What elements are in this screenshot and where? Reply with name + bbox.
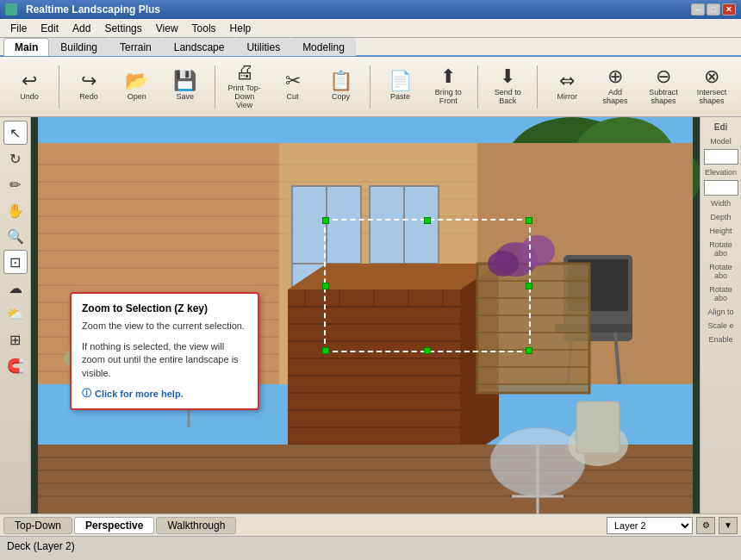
- toolbar-tabs: MainBuildingTerrainLandscapeUtilitiesMod…: [0, 38, 741, 57]
- open-icon: 📂: [125, 72, 148, 90]
- model-field[interactable]: [704, 149, 738, 165]
- toolbar-tab-main[interactable]: Main: [3, 38, 49, 56]
- enable-label: Enable: [707, 333, 734, 345]
- bottom-tabs: Top-Down Perspective Walkthrough Layer 2…: [0, 513, 741, 536]
- open-label: Open: [128, 93, 146, 102]
- print-label: Print Top-Down View: [226, 84, 264, 110]
- tab-topdown[interactable]: Top-Down: [3, 517, 72, 534]
- open-button[interactable]: 📂Open: [115, 62, 159, 112]
- menu-item-edit[interactable]: Edit: [34, 21, 65, 36]
- height-label: Height: [707, 225, 733, 237]
- intersect-shapes-label: Intersect shapes: [693, 89, 731, 106]
- toolbar-separator: [59, 65, 59, 109]
- depth-label: Depth: [708, 211, 732, 223]
- left-tool-magnet[interactable]: 🧲: [3, 353, 28, 377]
- toolbar-tab-building[interactable]: Building: [49, 38, 109, 56]
- toolbar-separator: [215, 65, 215, 109]
- subtract-shapes-button[interactable]: ⊖Subtract shapes: [641, 62, 686, 112]
- paste-button[interactable]: 📄Paste: [377, 62, 422, 112]
- copy-label: Copy: [332, 93, 350, 102]
- toolbar-separator: [370, 65, 370, 109]
- undo-button[interactable]: ↩Undo: [7, 62, 52, 112]
- elevation-field[interactable]: [704, 180, 738, 196]
- add-shapes-button[interactable]: ⊕Add shapes: [593, 62, 638, 112]
- layer-expand-btn[interactable]: ▼: [719, 517, 738, 534]
- title-bar-controls: ─ □ ✕: [691, 3, 736, 16]
- cut-button[interactable]: ✂Cut: [271, 62, 315, 112]
- subtract-shapes-icon: ⊖: [656, 67, 671, 86]
- redo-label: Redo: [79, 93, 98, 102]
- toolbar: ↩Undo↪Redo📂Open💾Save🖨Print Top-Down View…: [0, 57, 741, 117]
- menu-item-view[interactable]: View: [149, 21, 185, 36]
- redo-button[interactable]: ↪Redo: [66, 62, 111, 112]
- menu-item-tools[interactable]: Tools: [185, 21, 223, 36]
- save-button[interactable]: 💾Save: [163, 62, 208, 112]
- tooltip-desc1: Zoom the view to the current selection.: [82, 320, 247, 333]
- redo-icon: ↪: [81, 72, 97, 90]
- canvas-area[interactable]: Zoom to Selection (Z key) Zoom the view …: [31, 117, 700, 513]
- layer-dropdown[interactable]: Layer 2 Layer 1 Layer 3: [607, 517, 693, 534]
- help-link-text[interactable]: Click for more help.: [95, 389, 184, 399]
- bring-to-front-button[interactable]: ⬆Bring to Front: [426, 62, 470, 112]
- tooltip-title: Zoom to Selection (Z key): [82, 302, 247, 314]
- maximize-button[interactable]: □: [707, 3, 720, 16]
- rotate-z-label: Rotate abo: [702, 283, 739, 304]
- main-content: ↖↻✏✋🔍⊡☁⛅⊞🧲: [0, 117, 741, 513]
- undo-label: Undo: [20, 93, 39, 102]
- svg-point-80: [488, 251, 519, 277]
- layer-settings-btn[interactable]: ⚙: [696, 517, 715, 534]
- menu-item-help[interactable]: Help: [223, 21, 258, 36]
- close-button[interactable]: ✕: [722, 3, 736, 16]
- help-icon: ⓘ: [82, 387, 91, 400]
- tooltip-help-link[interactable]: ⓘ Click for more help.: [82, 387, 247, 400]
- toolbar-tab-utilities[interactable]: Utilities: [235, 38, 291, 56]
- cut-label: Cut: [287, 93, 299, 102]
- tab-perspective[interactable]: Perspective: [74, 517, 154, 534]
- send-to-back-icon: ⬇: [500, 67, 515, 86]
- left-tool-cloud1[interactable]: ☁: [3, 276, 28, 300]
- add-shapes-label: Add shapes: [596, 89, 634, 106]
- bring-to-front-icon: ⬆: [440, 67, 456, 86]
- menu-item-add[interactable]: Add: [65, 21, 97, 36]
- menu-item-settings[interactable]: Settings: [97, 21, 148, 36]
- send-to-back-button[interactable]: ⬇Send to Back: [485, 62, 530, 112]
- undo-icon: ↩: [22, 72, 37, 90]
- mirror-button[interactable]: ⇔Mirror: [545, 62, 589, 112]
- left-tool-select[interactable]: ↖: [3, 121, 28, 145]
- minimize-button[interactable]: ─: [691, 3, 705, 16]
- intersect-shapes-button[interactable]: ⊗Intersect shapes: [689, 62, 734, 112]
- title-bar-left: Realtime Landscaping Plus: [5, 3, 160, 16]
- left-tool-zoom[interactable]: 🔍: [3, 224, 28, 248]
- zoom-tooltip: Zoom to Selection (Z key) Zoom the view …: [70, 292, 259, 410]
- right-panel-title: Edi: [713, 121, 730, 134]
- toolbar-tab-landscape[interactable]: Landscape: [163, 38, 236, 56]
- intersect-shapes-icon: ⊗: [704, 67, 719, 86]
- rotate-x-label: Rotate abo: [702, 239, 739, 259]
- status-bar: Deck (Layer 2): [0, 536, 741, 555]
- left-tool-pan[interactable]: ✋: [3, 198, 28, 222]
- mirror-icon: ⇔: [559, 72, 575, 90]
- save-label: Save: [176, 93, 194, 102]
- paste-icon: 📄: [389, 72, 412, 90]
- right-panel: Edi Model Elevation Width Depth Height R…: [700, 117, 741, 513]
- left-tool-grid[interactable]: ⊞: [3, 327, 28, 352]
- menu-item-file[interactable]: File: [3, 21, 34, 36]
- layer-selector: Layer 2 Layer 1 Layer 3 ⚙ ▼: [607, 517, 738, 534]
- left-tool-cloud2[interactable]: ⛅: [3, 302, 28, 326]
- left-tool-draw[interactable]: ✏: [3, 172, 28, 196]
- toolbar-tab-terrain[interactable]: Terrain: [109, 38, 163, 56]
- svg-rect-69: [477, 264, 589, 393]
- copy-button[interactable]: 📋Copy: [319, 62, 364, 112]
- menu-bar: FileEditAddSettingsViewToolsHelp: [0, 19, 741, 38]
- toolbar-tab-modeling[interactable]: Modeling: [291, 38, 356, 56]
- add-shapes-icon: ⊕: [607, 67, 623, 86]
- left-tool-zoom-selection[interactable]: ⊡: [3, 250, 28, 274]
- width-label: Width: [709, 197, 732, 209]
- left-tool-rotate-view[interactable]: ↻: [3, 146, 28, 171]
- print-button[interactable]: 🖨Print Top-Down View: [222, 62, 267, 112]
- svg-point-79: [520, 235, 555, 266]
- tab-walkthrough[interactable]: Walkthrough: [156, 517, 236, 534]
- app-icon: [5, 3, 17, 16]
- left-toolbar: ↖↻✏✋🔍⊡☁⛅⊞🧲: [0, 117, 31, 513]
- send-to-back-label: Send to Back: [489, 89, 526, 106]
